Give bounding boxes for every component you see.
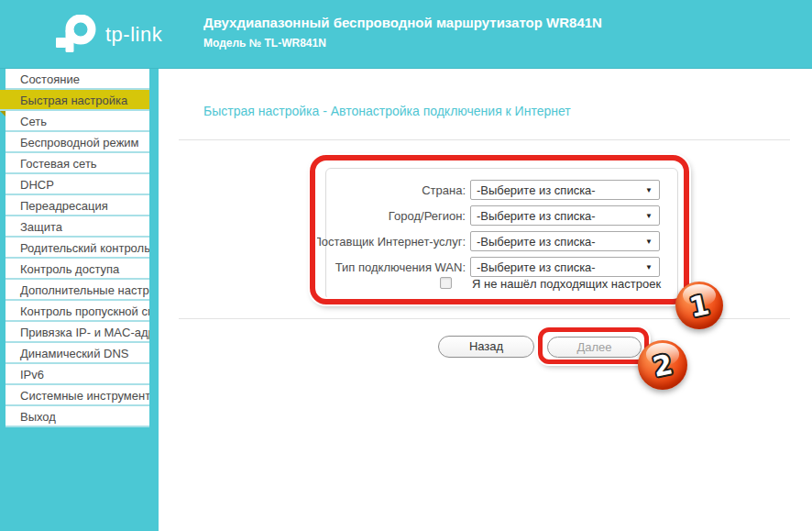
tp-link-logo: tp-link [55, 15, 162, 55]
annotation-step-1-number: 1 [671, 277, 728, 334]
sidebar-item-dynamic-dns[interactable]: Динамический DNS [5, 343, 149, 364]
annotation-step-2-number: 2 [633, 336, 692, 394]
header-titles: Двухдиапазонный беспроводной маршрутизат… [203, 15, 602, 50]
sidebar-item-guest-network[interactable]: Гостевая сеть [5, 153, 149, 174]
sidebar-item-security[interactable]: Защита [5, 216, 149, 238]
sidebar-item-parental-control[interactable]: Родительский контроль [5, 238, 149, 259]
tp-link-logo-icon [55, 15, 97, 55]
sidebar-item-access-control[interactable]: Контроль доступа [5, 259, 149, 280]
annotation-next-highlight [538, 327, 649, 364]
back-button[interactable]: Назад [438, 336, 534, 358]
sidebar-item-forwarding[interactable]: Переадресация [5, 195, 149, 216]
sidebar-item-wireless[interactable]: Беспроводной режим [5, 132, 149, 153]
sidebar-item-system-tools[interactable]: Системные инструменты [5, 385, 149, 406]
sidebar-item-ipv6[interactable]: IPv6 [5, 364, 149, 385]
annotation-step-1-badge: 1 [675, 282, 723, 329]
annotation-step-2-badge: 2 [638, 340, 687, 390]
device-model: Модель № TL-WR841N [203, 37, 602, 50]
router-admin-page: tp-link Двухдиапазонный беспроводной мар… [0, 0, 812, 531]
header: tp-link Двухдиапазонный беспроводной мар… [0, 0, 812, 69]
sidebar-item-ip-mac-binding[interactable]: Привязка IP- и MAC-адресов [5, 322, 149, 343]
sidebar-item-quick-setup[interactable]: Быстрая настройка [0, 90, 149, 111]
divider-top [179, 139, 790, 140]
sidebar-item-advanced-settings[interactable]: Дополнительные настройки [5, 280, 149, 301]
annotation-form-highlight [310, 155, 689, 304]
device-title: Двухдиапазонный беспроводной маршрутизат… [203, 15, 602, 30]
sidebar-item-logout[interactable]: Выход [5, 406, 149, 427]
sidebar-item-dhcp[interactable]: DHCP [5, 174, 149, 195]
logo-wordmark: tp-link [105, 23, 162, 47]
sidebar-item-network[interactable]: Сеть [5, 111, 149, 132]
sidebar-item-bandwidth-control[interactable]: Контроль пропускной способности [5, 301, 149, 322]
page-title: Быстрая настройка - Автонастройка подклю… [203, 104, 571, 118]
sidebar: Состояние Быстрая настройка Сеть Беспров… [0, 69, 159, 531]
sidebar-menu: Состояние Быстрая настройка Сеть Беспров… [0, 69, 159, 427]
sidebar-item-status[interactable]: Состояние [5, 69, 149, 90]
